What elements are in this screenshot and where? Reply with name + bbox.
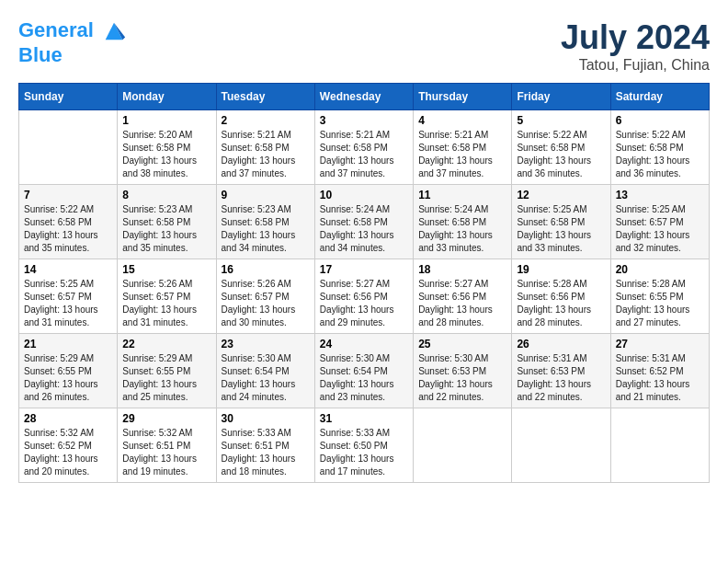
page-header: General Blue July 2024 Tatou, Fujian, Ch… <box>18 18 710 74</box>
day-number: 1 <box>122 114 210 127</box>
day-info: Sunrise: 5:22 AMSunset: 6:58 PMDaylight:… <box>616 129 704 180</box>
col-tuesday: Tuesday <box>216 84 314 110</box>
day-info: Sunrise: 5:28 AMSunset: 6:55 PMDaylight:… <box>616 278 704 329</box>
day-info: Sunrise: 5:29 AMSunset: 6:55 PMDaylight:… <box>24 352 112 404</box>
col-monday: Monday <box>118 84 216 110</box>
day-cell: 7Sunrise: 5:22 AMSunset: 6:58 PMDaylight… <box>19 185 118 259</box>
day-info: Sunrise: 5:28 AMSunset: 6:56 PMDaylight:… <box>517 278 605 329</box>
day-number: 25 <box>418 338 506 350</box>
day-cell: 27Sunrise: 5:31 AMSunset: 6:52 PMDayligh… <box>610 334 709 408</box>
day-cell: 3Sunrise: 5:21 AMSunset: 6:58 PMDaylight… <box>314 110 413 185</box>
day-number: 15 <box>122 263 210 276</box>
day-number: 19 <box>517 263 605 276</box>
day-cell: 18Sunrise: 5:27 AMSunset: 6:56 PMDayligh… <box>414 259 512 334</box>
day-number: 26 <box>517 338 605 350</box>
day-cell: 30Sunrise: 5:33 AMSunset: 6:51 PMDayligh… <box>216 408 314 483</box>
calendar-table: Sunday Monday Tuesday Wednesday Thursday… <box>18 83 710 483</box>
day-cell: 16Sunrise: 5:26 AMSunset: 6:57 PMDayligh… <box>216 259 314 334</box>
day-number: 12 <box>517 189 605 201</box>
day-number: 10 <box>320 189 408 201</box>
day-info: Sunrise: 5:32 AMSunset: 6:52 PMDaylight:… <box>24 427 112 478</box>
day-info: Sunrise: 5:22 AMSunset: 6:58 PMDaylight:… <box>24 203 112 255</box>
day-cell: 24Sunrise: 5:30 AMSunset: 6:54 PMDayligh… <box>314 334 413 408</box>
day-number: 7 <box>24 189 112 201</box>
logo-blue-text: Blue <box>18 44 127 66</box>
day-info: Sunrise: 5:31 AMSunset: 6:52 PMDaylight:… <box>616 352 704 404</box>
logo-text: General <box>18 18 127 44</box>
day-cell: 10Sunrise: 5:24 AMSunset: 6:58 PMDayligh… <box>314 185 413 259</box>
logo: General Blue <box>18 18 127 66</box>
location-subtitle: Tatou, Fujian, China <box>561 57 710 74</box>
day-cell: 15Sunrise: 5:26 AMSunset: 6:57 PMDayligh… <box>118 259 216 334</box>
week-row-2: 7Sunrise: 5:22 AMSunset: 6:58 PMDaylight… <box>19 185 710 259</box>
day-number: 18 <box>418 263 506 276</box>
day-info: Sunrise: 5:23 AMSunset: 6:58 PMDaylight:… <box>222 203 310 255</box>
day-cell <box>610 408 709 483</box>
day-info: Sunrise: 5:25 AMSunset: 6:57 PMDaylight:… <box>616 203 704 255</box>
month-year-title: July 2024 <box>561 18 710 57</box>
col-wednesday: Wednesday <box>314 84 413 110</box>
day-number: 16 <box>222 263 310 276</box>
day-cell: 12Sunrise: 5:25 AMSunset: 6:58 PMDayligh… <box>512 185 610 259</box>
day-number: 11 <box>418 189 506 201</box>
col-saturday: Saturday <box>610 84 709 110</box>
day-number: 8 <box>122 189 210 201</box>
day-number: 24 <box>320 338 408 350</box>
day-cell: 20Sunrise: 5:28 AMSunset: 6:55 PMDayligh… <box>610 259 709 334</box>
day-cell: 6Sunrise: 5:22 AMSunset: 6:58 PMDaylight… <box>610 110 709 185</box>
day-cell: 26Sunrise: 5:31 AMSunset: 6:53 PMDayligh… <box>512 334 610 408</box>
day-number: 14 <box>24 263 112 276</box>
day-number: 21 <box>24 338 112 350</box>
day-info: Sunrise: 5:27 AMSunset: 6:56 PMDaylight:… <box>320 278 408 329</box>
day-number: 27 <box>616 338 704 350</box>
title-block: July 2024 Tatou, Fujian, China <box>561 18 710 74</box>
week-row-5: 28Sunrise: 5:32 AMSunset: 6:52 PMDayligh… <box>19 408 710 483</box>
day-info: Sunrise: 5:23 AMSunset: 6:58 PMDaylight:… <box>122 203 210 255</box>
day-cell <box>19 110 118 185</box>
day-number: 29 <box>122 412 210 425</box>
day-info: Sunrise: 5:22 AMSunset: 6:58 PMDaylight:… <box>517 129 605 180</box>
day-cell: 13Sunrise: 5:25 AMSunset: 6:57 PMDayligh… <box>610 185 709 259</box>
day-cell: 8Sunrise: 5:23 AMSunset: 6:58 PMDaylight… <box>118 185 216 259</box>
day-info: Sunrise: 5:21 AMSunset: 6:58 PMDaylight:… <box>320 129 408 180</box>
day-cell: 31Sunrise: 5:33 AMSunset: 6:50 PMDayligh… <box>314 408 413 483</box>
week-row-1: 1Sunrise: 5:20 AMSunset: 6:58 PMDaylight… <box>19 110 710 185</box>
day-cell: 4Sunrise: 5:21 AMSunset: 6:58 PMDaylight… <box>414 110 512 185</box>
day-info: Sunrise: 5:21 AMSunset: 6:58 PMDaylight:… <box>418 129 506 180</box>
day-cell <box>414 408 512 483</box>
day-info: Sunrise: 5:21 AMSunset: 6:58 PMDaylight:… <box>222 129 310 180</box>
day-info: Sunrise: 5:30 AMSunset: 6:53 PMDaylight:… <box>418 352 506 404</box>
day-cell: 28Sunrise: 5:32 AMSunset: 6:52 PMDayligh… <box>19 408 118 483</box>
day-cell: 19Sunrise: 5:28 AMSunset: 6:56 PMDayligh… <box>512 259 610 334</box>
day-number: 2 <box>222 114 310 127</box>
day-info: Sunrise: 5:27 AMSunset: 6:56 PMDaylight:… <box>418 278 506 329</box>
day-cell: 5Sunrise: 5:22 AMSunset: 6:58 PMDaylight… <box>512 110 610 185</box>
day-info: Sunrise: 5:20 AMSunset: 6:58 PMDaylight:… <box>122 129 210 180</box>
day-number: 6 <box>616 114 704 127</box>
day-info: Sunrise: 5:25 AMSunset: 6:58 PMDaylight:… <box>517 203 605 255</box>
day-info: Sunrise: 5:26 AMSunset: 6:57 PMDaylight:… <box>122 278 210 329</box>
day-number: 28 <box>24 412 112 425</box>
day-cell: 25Sunrise: 5:30 AMSunset: 6:53 PMDayligh… <box>414 334 512 408</box>
day-number: 31 <box>320 412 408 425</box>
day-info: Sunrise: 5:24 AMSunset: 6:58 PMDaylight:… <box>418 203 506 255</box>
day-number: 5 <box>517 114 605 127</box>
day-cell: 1Sunrise: 5:20 AMSunset: 6:58 PMDaylight… <box>118 110 216 185</box>
day-info: Sunrise: 5:25 AMSunset: 6:57 PMDaylight:… <box>24 278 112 329</box>
day-number: 22 <box>122 338 210 350</box>
day-info: Sunrise: 5:26 AMSunset: 6:57 PMDaylight:… <box>222 278 310 329</box>
day-number: 9 <box>222 189 310 201</box>
day-number: 4 <box>418 114 506 127</box>
day-cell: 11Sunrise: 5:24 AMSunset: 6:58 PMDayligh… <box>414 185 512 259</box>
day-number: 20 <box>616 263 704 276</box>
col-thursday: Thursday <box>414 84 512 110</box>
day-cell <box>512 408 610 483</box>
day-info: Sunrise: 5:30 AMSunset: 6:54 PMDaylight:… <box>222 352 310 404</box>
day-info: Sunrise: 5:29 AMSunset: 6:55 PMDaylight:… <box>122 352 210 404</box>
day-cell: 14Sunrise: 5:25 AMSunset: 6:57 PMDayligh… <box>19 259 118 334</box>
day-info: Sunrise: 5:32 AMSunset: 6:51 PMDaylight:… <box>122 427 210 478</box>
day-info: Sunrise: 5:33 AMSunset: 6:51 PMDaylight:… <box>222 427 310 478</box>
day-number: 17 <box>320 263 408 276</box>
day-cell: 17Sunrise: 5:27 AMSunset: 6:56 PMDayligh… <box>314 259 413 334</box>
day-cell: 29Sunrise: 5:32 AMSunset: 6:51 PMDayligh… <box>118 408 216 483</box>
